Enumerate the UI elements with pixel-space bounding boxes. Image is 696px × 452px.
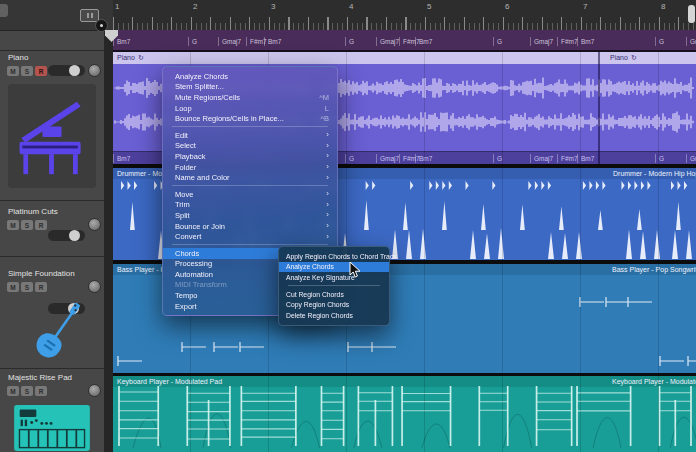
menu-item-label: Mute Regions/Cells [175,93,311,102]
keyboard-track-lane[interactable]: Keyboard Player - Modulated Pad Keyboard… [113,376,696,452]
menu-item-mute-regions-cells[interactable]: Mute Regions/Cells^M [163,92,337,103]
mute-button[interactable]: M [7,282,19,292]
pan-knob[interactable] [88,384,101,397]
chord-label[interactable]: Gmaj7 [530,37,553,46]
logic-pro-tracks-window: 12345678 Bm7GGmaj7F#m7Bm7GGmaj7F#m7Bm7GG… [0,0,696,452]
mute-button[interactable]: M [7,66,19,76]
track-controls: M S R [7,66,47,76]
submenu-arrow-icon: › [326,190,329,198]
loop-icon: ↻ [631,54,637,61]
chord-label[interactable]: Gmaj7 [218,37,241,46]
menu-item-split[interactable]: Split› [163,210,337,221]
chord-label[interactable]: G [655,37,664,46]
control-bar-button[interactable] [0,4,8,17]
solo-button[interactable]: S [21,386,33,396]
chord-label: Gmaj7 [686,154,696,163]
ruler-major-ticks [113,17,696,30]
menu-separator [288,285,380,286]
menu-item-select[interactable]: Select› [163,141,337,152]
menu-item-label: Bounce Regions/Cells in Place... [175,114,312,123]
submenu-arrow-icon: › [326,163,329,171]
bar-number: 7 [583,2,587,11]
menu-item-playback[interactable]: Playback› [163,151,337,162]
chord-label[interactable]: F#m7 [557,37,578,46]
menu-item-label: Loop [175,104,317,113]
bar-number: 6 [505,2,509,11]
menu-item-label: Analyze Chords [175,72,329,81]
track-name: Majestic Rise Pad [8,373,72,382]
menu-item-shortcut: ^B [320,114,329,123]
chord-track[interactable]: Bm7GGmaj7F#m7Bm7GGmaj7F#m7Bm7GGmaj7F#m7B… [113,30,696,52]
menu-item-stem-splitter[interactable]: Stem Splitter... [163,82,337,93]
bar-gridline [580,52,581,452]
panel-divider[interactable] [104,30,113,452]
track-controls: M S R [7,282,47,292]
record-enable-button[interactable]: R [35,282,47,292]
menu-item-apply-region-chords-to-chord-track[interactable]: Apply Region Chords to Chord Track [279,251,389,262]
track-controls: M S R [7,386,47,396]
menu-item-label: Cut Region Chords [286,291,384,298]
chord-label[interactable]: G [493,37,502,46]
menu-item-move[interactable]: Move› [163,189,337,200]
menu-item-analyze-key-signature[interactable]: Analyze Key Signature [279,272,389,283]
chord-label[interactable]: Bm7 [577,37,594,46]
chords-submenu: Apply Region Chords to Chord TrackAnalyz… [278,246,390,326]
menu-item-bounce-regions-cells-in-place[interactable]: Bounce Regions/Cells in Place...^B [163,113,337,124]
chord-label[interactable]: Gmaj7 [376,37,399,46]
scroll-handle[interactable] [688,5,695,23]
chord-label: G [655,154,664,163]
menu-item-delete-region-chords[interactable]: Delete Region Chords [279,310,389,321]
menu-item-folder[interactable]: Folder› [163,162,337,173]
bar-number: 3 [271,2,275,11]
piano-region-name: Piano↻ [117,54,144,62]
menu-separator [172,185,328,186]
divider [0,50,104,51]
chord-label[interactable]: Bm7 [264,37,281,46]
mute-button[interactable]: M [7,386,19,396]
record-enable-button[interactable]: R [35,66,47,76]
chord-label: Gmaj7 [530,154,553,163]
solo-button[interactable]: S [21,66,33,76]
record-enable-button[interactable]: R [35,220,47,230]
menu-item-name-and-color[interactable]: Name and Color› [163,172,337,183]
record-enable-button[interactable]: R [35,386,47,396]
menu-item-label: Stem Splitter... [175,82,329,91]
solo-button[interactable]: S [21,282,33,292]
solo-button[interactable]: S [21,220,33,230]
menu-item-label: Apply Region Chords to Chord Track [286,253,397,260]
menu-item-edit[interactable]: Edit› [163,130,337,141]
region-boundary [598,52,600,164]
menu-item-copy-region-chords[interactable]: Copy Region Chords [279,299,389,310]
divider [0,256,104,257]
menu-item-analyze-chords[interactable]: Analyze Chords [163,71,337,82]
track-icon-box [8,84,96,188]
menu-item-bounce-or-join[interactable]: Bounce or Join› [163,221,337,232]
chord-label[interactable]: Bm7 [415,37,432,46]
piano-region-header[interactable]: Piano↻ Piano↻ [113,52,696,64]
chord-label[interactable]: G [188,37,197,46]
menu-item-loop[interactable]: LoopL [163,103,337,114]
submenu-arrow-icon: › [326,211,329,219]
chord-label[interactable]: Bm7 [113,37,130,46]
chord-label: G [493,154,502,163]
pan-knob[interactable] [88,280,101,293]
chord-label[interactable]: G [345,37,354,46]
volume-slider[interactable] [48,65,85,76]
submenu-arrow-icon: › [326,174,329,182]
divider [0,368,104,369]
menu-item-analyze-chords[interactable]: Analyze Chords [279,262,389,273]
menu-item-convert[interactable]: Convert› [163,231,337,242]
mouse-cursor [349,261,363,279]
menu-item-label: Copy Region Chords [286,301,384,308]
pan-knob[interactable] [88,218,101,231]
track-header-majestic-rise-pad[interactable]: Majestic Rise Pad M S R [0,33,113,44]
pan-knob[interactable] [88,64,101,77]
chord-label[interactable]: Gmaj7 [686,37,696,46]
track-header-panel: Piano M S R [0,0,113,452]
menu-item-trim[interactable]: Trim› [163,200,337,211]
chord-label: F#m7 [557,154,578,163]
menu-item-cut-region-chords[interactable]: Cut Region Chords [279,289,389,300]
bass-guitar-icon [20,294,88,368]
mute-button[interactable]: M [7,220,19,230]
volume-slider[interactable] [48,230,85,241]
